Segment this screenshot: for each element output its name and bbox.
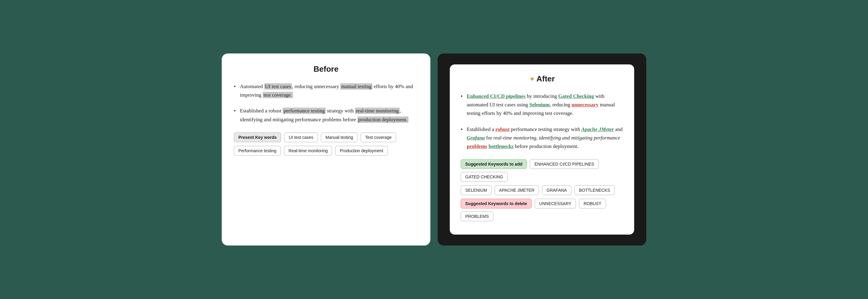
highlight-real-time-monitoring: real-time monitoring [355, 108, 399, 114]
highlight-ui-test-cases: UI test cases [264, 83, 292, 90]
after-bullet-2: Established a robust performance testing… [461, 125, 623, 151]
enhanced-cicd-highlight: Enhanced CI/CD pipelines [467, 93, 526, 99]
keyword-row-2: Performance testing Real-time monitoring… [234, 146, 418, 156]
apache-jmeter-highlight: Apache JMeter [581, 127, 614, 132]
keyword-row-1: Present Key words UI test cases Manual t… [234, 133, 418, 142]
suggested-add-label: Suggested Keywords to add [461, 159, 527, 169]
grafana-highlight: Grafana [467, 135, 485, 141]
unnecessary-highlight: unnecessary [572, 102, 599, 108]
keyword-manual-testing: Manual testing [321, 133, 358, 142]
delete-keywords-row: Suggested Keywords to delete UNNECESSARY… [461, 199, 623, 221]
add-keywords-row-1: Suggested Keywords to add ENHANCED CI/CD… [461, 159, 623, 182]
keyword-robust: ROBUST [579, 199, 606, 209]
before-bullet-list: Automated UI test cases, reducing unnece… [234, 82, 418, 124]
keyword-performance-testing: Performance testing [234, 146, 281, 156]
keyword-unnecessary: UNNECESSARY [535, 199, 576, 209]
keyword-problems: PROBLEMS [461, 212, 493, 221]
selenium-highlight: Selenium [529, 102, 550, 108]
robust-highlight: robust [495, 127, 509, 132]
sparkle-icon: ✦ [529, 75, 536, 83]
suggested-delete-label: Suggested Keywords to delete [461, 199, 532, 209]
keyword-apache-jmeter: APACHE JMETER [495, 185, 539, 195]
keyword-test-coverage: Test coverage [361, 133, 396, 142]
after-bullet-list: Enhanced CI/CD pipelines by introducing … [461, 92, 623, 151]
highlight-performance-testing: performance testing [283, 108, 326, 114]
problems-highlight: problems [467, 143, 487, 149]
highlight-manual-testing: manual testing [340, 83, 372, 90]
before-bullet-1: Automated UI test cases, reducing unnece… [234, 82, 418, 99]
before-keywords-section: Present Key words UI test cases Manual t… [234, 133, 418, 156]
realtime-italic: real-time monitoring, identifying and mi… [493, 135, 620, 141]
keyword-gated-checking: GATED CHECKING [461, 172, 508, 182]
present-keywords-label: Present Key words [234, 133, 281, 142]
add-keywords-row-2: SELENIUM APACHE JMETER GRAFANA BOTTLENEC… [461, 185, 623, 195]
main-container: Before Automated UI test cases, reducing… [222, 53, 646, 245]
after-title: ✦ After [461, 74, 623, 84]
highlight-test-coverage: test coverage. [262, 92, 293, 98]
before-title: Before [234, 64, 418, 74]
keyword-grafana: GRAFANA [542, 185, 571, 195]
highlight-production-deployment: production deployment. [357, 116, 408, 123]
after-panel-inner: ✦ After Enhanced CI/CD pipelines by intr… [450, 64, 634, 234]
bottlenecks-highlight: bottlenecks [489, 143, 514, 149]
before-panel: Before Automated UI test cases, reducing… [222, 53, 430, 245]
keyword-bottlenecks: BOTTLENECKS [575, 185, 615, 195]
after-bullet-1: Enhanced CI/CD pipelines by introducing … [461, 92, 623, 117]
gated-checking-highlight: Gated Checking [558, 93, 594, 99]
after-panel-outer: ✦ After Enhanced CI/CD pipelines by intr… [438, 53, 646, 245]
keyword-selenium: SELENIUM [461, 185, 492, 195]
keyword-ui-test-cases: UI test cases [284, 133, 318, 142]
keyword-enhanced-cicd: ENHANCED CI/CD PIPELINES [530, 159, 599, 169]
keyword-real-time-monitoring: Real-time monitoring [284, 146, 332, 156]
after-keywords-section: Suggested Keywords to add ENHANCED CI/CD… [461, 159, 623, 221]
before-bullet-2: Established a robust performance testing… [234, 107, 418, 124]
keyword-production-deployment: Production deployment [335, 146, 388, 156]
